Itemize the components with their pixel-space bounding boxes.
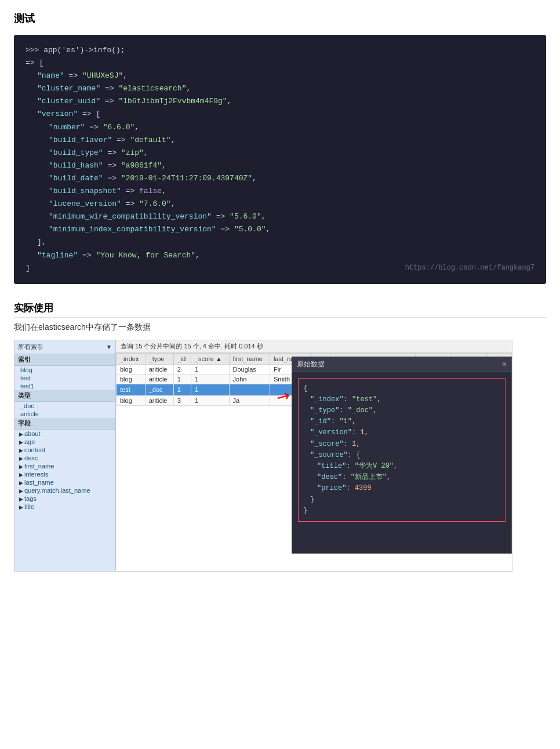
main-content: 查询 15 个分片中间的 15 个, 4 命中. 耗时 0.014 秒 _ind… xyxy=(116,340,512,571)
sidebar-item-content[interactable]: ▶content xyxy=(14,446,115,454)
popup-title-bar: 原始数据 × xyxy=(292,357,511,372)
expand-icon: ▶ xyxy=(19,488,23,494)
sidebar-section-index: 索引 xyxy=(14,354,115,366)
sidebar-section-field: 字段 xyxy=(14,418,115,430)
code-prompt: >>> app('es')->info(); xyxy=(26,46,125,54)
code-block: >>> app('es')->info(); => [ "name" => "U… xyxy=(14,35,546,284)
sidebar-item-age[interactable]: ▶age xyxy=(14,438,115,446)
url-comment: https://blog.csdn.net/fangkang7 xyxy=(405,262,534,274)
popup-close-button[interactable]: × xyxy=(502,359,507,369)
popup-title: 原始数据 xyxy=(297,359,325,369)
expand-icon: ▶ xyxy=(19,464,23,470)
col-header-id: _id xyxy=(173,353,191,364)
sidebar-item-tags[interactable]: ▶tags xyxy=(14,495,115,503)
sidebar-item-ariticle[interactable]: ariticle xyxy=(14,410,115,418)
sidebar-item-test[interactable]: test xyxy=(14,374,115,382)
col-header-score: _score ▲ xyxy=(191,353,229,364)
sidebar-item-last-name[interactable]: ▶last_name xyxy=(14,478,115,486)
sidebar-item-first-name[interactable]: ▶first_name xyxy=(14,462,115,470)
sidebar-item-query-match[interactable]: ▶query.match.last_name xyxy=(14,486,115,495)
sidebar-item-interests[interactable]: ▶interests xyxy=(14,470,115,478)
ui-screenshot: 所有索引 ▼ 索引 blog test test1 类型 _doc aritic… xyxy=(14,340,512,572)
section2-title: 实际使用 xyxy=(14,301,546,318)
sidebar-item-blog[interactable]: blog xyxy=(14,366,115,374)
expand-icon: ▶ xyxy=(19,448,23,453)
expand-icon: ▶ xyxy=(19,480,23,486)
popup-json-box: { "_index": "test", "_type": "_doc", "_i… xyxy=(298,378,506,522)
section2-desc: 我们在elasticsearch中存储了一条数据 xyxy=(14,322,546,333)
expand-icon: ▶ xyxy=(19,472,23,478)
sidebar-header-text: 所有索引 xyxy=(18,343,43,351)
popup-body: { "_index": "test", "_type": "_doc", "_i… xyxy=(292,372,511,528)
expand-icon: ▶ xyxy=(19,431,23,437)
popup-overlay: 原始数据 × { "_index": "test", "_type": "_do… xyxy=(292,357,512,554)
col-header-firstname: first_name xyxy=(229,353,270,364)
expand-icon: ▶ xyxy=(19,504,23,510)
sidebar: 所有索引 ▼ 索引 blog test test1 类型 _doc aritic… xyxy=(14,340,116,571)
sidebar-item-about[interactable]: ▶about xyxy=(14,430,115,438)
page-title: 测试 xyxy=(14,12,546,26)
expand-icon: ▶ xyxy=(19,496,23,502)
sidebar-dropdown-icon: ▼ xyxy=(106,344,112,350)
col-header-type: _type xyxy=(145,353,173,364)
sidebar-item-title[interactable]: ▶title xyxy=(14,503,115,511)
expand-icon: ▶ xyxy=(19,439,23,445)
sidebar-header[interactable]: 所有索引 ▼ xyxy=(14,340,115,354)
info-bar: 查询 15 个分片中间的 15 个, 4 命中. 耗时 0.014 秒 xyxy=(116,340,512,353)
sidebar-section-type: 类型 xyxy=(14,390,115,402)
sidebar-item-doc[interactable]: _doc xyxy=(14,402,115,410)
sidebar-item-desc[interactable]: ▶desc xyxy=(14,454,115,462)
expand-icon: ▶ xyxy=(19,456,23,461)
sidebar-item-test1[interactable]: test1 xyxy=(14,382,115,390)
col-header-index: _index xyxy=(117,353,146,364)
